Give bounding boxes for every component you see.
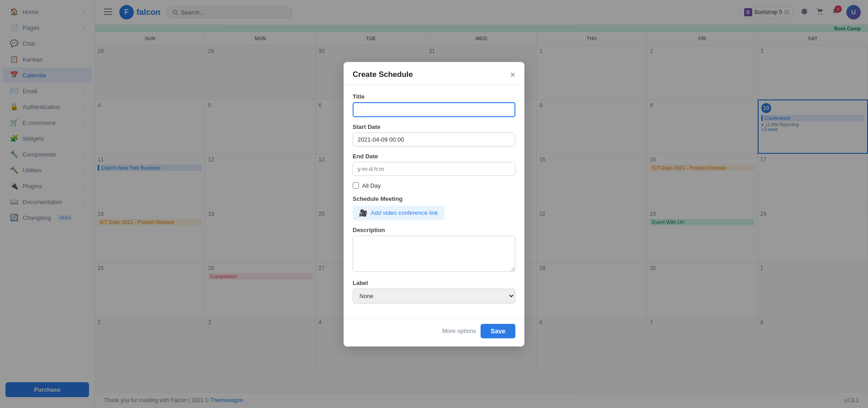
modal-title: Create Schedule — [353, 70, 413, 79]
description-label: Description — [353, 227, 515, 233]
save-button[interactable]: Save — [481, 324, 515, 338]
start-date-input[interactable] — [353, 133, 515, 147]
end-date-label: End Date — [353, 153, 515, 160]
description-form-group: Description — [353, 227, 515, 273]
label-select[interactable]: None Business Personal Family Holiday Et… — [353, 289, 515, 304]
video-icon: 🎥 — [359, 209, 368, 217]
label-form-group: Label None Business Personal Family Holi… — [353, 280, 515, 304]
label-label: Label — [353, 280, 515, 286]
description-textarea[interactable] — [353, 236, 515, 272]
start-date-form-group: Start Date — [353, 123, 515, 147]
end-date-form-group: End Date — [353, 153, 515, 176]
modal-overlay[interactable]: Create Schedule × Title Start Date End D… — [0, 0, 868, 408]
create-schedule-modal: Create Schedule × Title Start Date End D… — [344, 62, 524, 346]
modal-body: Title Start Date End Date All Day Schedu… — [344, 85, 524, 318]
schedule-meeting-label: Schedule Meeting — [353, 195, 515, 202]
title-form-group: Title — [353, 93, 515, 117]
modal-close-button[interactable]: × — [510, 70, 515, 79]
modal-footer: More options Save — [344, 318, 524, 346]
schedule-meeting-group: Schedule Meeting 🎥 Add video conference … — [353, 195, 515, 220]
more-options-button[interactable]: More options — [442, 327, 476, 334]
all-day-row: All Day — [353, 182, 515, 189]
all-day-checkbox[interactable] — [353, 182, 359, 189]
add-video-label: Add video conference link — [371, 209, 438, 216]
title-label: Title — [353, 93, 515, 100]
all-day-label: All Day — [362, 182, 381, 189]
modal-header: Create Schedule × — [344, 62, 524, 85]
title-input[interactable] — [353, 102, 515, 117]
end-date-input[interactable] — [353, 162, 515, 176]
add-video-conference-button[interactable]: 🎥 Add video conference link — [353, 206, 444, 220]
start-date-label: Start Date — [353, 123, 515, 130]
